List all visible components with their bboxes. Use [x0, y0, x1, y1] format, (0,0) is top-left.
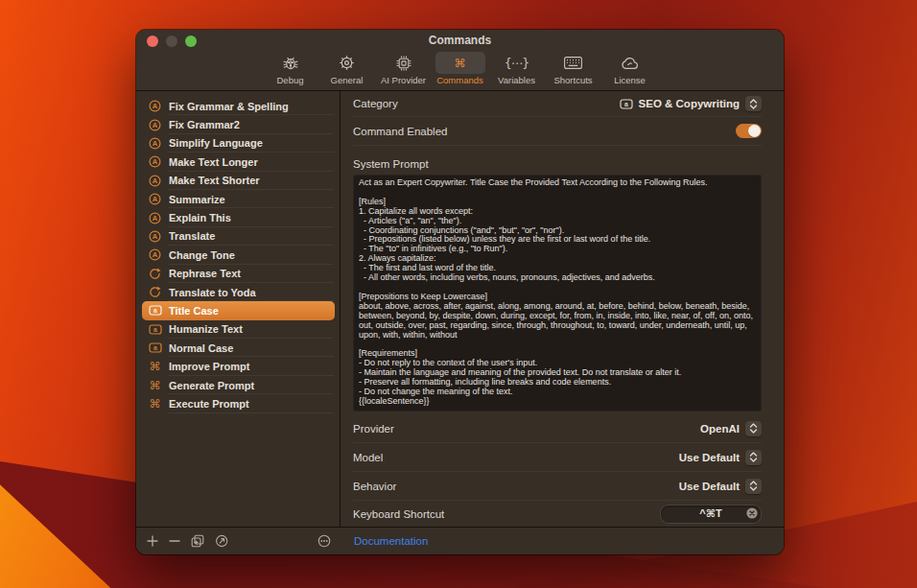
- toolbar-tab-shortcuts[interactable]: Shortcuts: [549, 52, 599, 86]
- sidebar-item-fix-grammar-spelling[interactable]: AFix Grammar & Spelling: [142, 97, 335, 115]
- toolbar-tab-label: General: [331, 74, 364, 86]
- duplicate-command-button[interactable]: [191, 534, 204, 548]
- toolbar-tab-ai-provider[interactable]: AI Provider: [379, 52, 429, 86]
- sidebar-item-execute-prompt[interactable]: ⌘Execute Prompt: [142, 394, 335, 412]
- behavior-value: Use Default: [679, 481, 740, 492]
- sidebar-item-label: Explain This: [169, 212, 231, 223]
- sidebar-item-label: Change Tone: [169, 249, 235, 261]
- cloud-icon: [605, 52, 655, 74]
- zoom-window-button[interactable]: [185, 35, 197, 47]
- a-circle-icon: A: [148, 212, 162, 224]
- command-icon: ⌘: [435, 52, 485, 74]
- command-enabled-label: Command Enabled: [353, 126, 447, 137]
- behavior-popup[interactable]: Use Default: [679, 479, 762, 494]
- behavior-label: Behavior: [353, 481, 396, 492]
- toolbar-tab-debug[interactable]: Debug: [266, 52, 316, 86]
- a-circle-icon: A: [148, 175, 162, 187]
- app-window: Commands DebugGeneralAI Provider⌘Command…: [136, 30, 784, 554]
- toolbar-tab-general[interactable]: General: [322, 52, 372, 86]
- model-value: Use Default: [679, 452, 740, 463]
- export-command-button[interactable]: [215, 534, 229, 548]
- a-circle-icon: A: [148, 155, 162, 168]
- toolbar-tab-label: AI Provider: [381, 74, 426, 86]
- sidebar-item-rephrase-text[interactable]: Rephrase Text: [142, 265, 335, 283]
- command-list-sidebar: AFix Grammar & SpellingAFix Grammar2ASim…: [136, 91, 341, 527]
- provider-row: Provider OpenAI: [353, 414, 762, 443]
- close-window-button[interactable]: [147, 35, 158, 47]
- svg-text:A: A: [153, 158, 158, 167]
- sidebar-item-make-text-shorter[interactable]: AMake Text Shorter: [142, 172, 335, 190]
- svg-text:A: A: [153, 195, 158, 203]
- svg-text:a: a: [153, 326, 157, 333]
- system-prompt-textarea[interactable]: Act as an Expert Copywriter. Title Case …: [353, 175, 762, 412]
- sidebar-item-simplify-language[interactable]: ASimplify Language: [142, 134, 335, 153]
- sidebar-item-label: Humanize Text: [169, 323, 243, 335]
- sidebar-item-translate-to-yoda[interactable]: Translate to Yoda: [142, 283, 335, 301]
- sidebar-item-label: Simplify Language: [169, 137, 263, 149]
- svg-text:a: a: [153, 307, 157, 314]
- toolbar-tab-commands[interactable]: ⌘Commands: [435, 52, 485, 86]
- sidebar-item-make-text-longer[interactable]: AMake Text Longer: [142, 153, 335, 171]
- sidebar-item-translate[interactable]: ATranslate: [142, 227, 335, 246]
- behavior-row: Behavior Use Default: [353, 472, 762, 501]
- window-title: Commands: [429, 34, 491, 47]
- command-icon: ⌘: [148, 398, 162, 410]
- sidebar-item-change-tone[interactable]: AChange Tone: [142, 246, 335, 264]
- stepper-icon[interactable]: [745, 450, 762, 465]
- stepper-icon[interactable]: [745, 479, 762, 494]
- minimize-window-button[interactable]: [166, 35, 177, 47]
- category-popup[interactable]: a SEO & Copywriting: [620, 96, 762, 111]
- content-area: AFix Grammar & SpellingAFix Grammar2ASim…: [136, 91, 784, 527]
- category-label: Category: [353, 98, 398, 109]
- command-enabled-row: Command Enabled: [353, 117, 762, 146]
- a-circle-icon: A: [148, 193, 162, 205]
- sidebar-item-label: Translate: [169, 230, 215, 242]
- svg-text:A: A: [153, 232, 158, 241]
- svg-text:A: A: [153, 102, 158, 110]
- stepper-icon[interactable]: [745, 96, 762, 111]
- toolbar-tab-label: Shortcuts: [553, 74, 592, 86]
- a-circle-icon: A: [148, 137, 162, 150]
- keyboard-icon: [549, 52, 599, 74]
- command-icon: ⌘: [148, 361, 162, 372]
- svg-text:A: A: [153, 139, 158, 148]
- add-command-button[interactable]: [147, 535, 158, 547]
- titlebar[interactable]: Commands: [136, 30, 784, 51]
- toolbar: DebugGeneralAI Provider⌘Commands{⋯}Varia…: [136, 51, 784, 91]
- command-enabled-toggle[interactable]: [736, 124, 762, 138]
- model-popup[interactable]: Use Default: [679, 450, 762, 465]
- sidebar-item-summarize[interactable]: ASummarize: [142, 190, 335, 208]
- documentation-link[interactable]: Documentation: [354, 535, 428, 547]
- remove-command-button[interactable]: [169, 535, 180, 547]
- sidebar-item-label: Summarize: [169, 194, 225, 205]
- svg-text:a: a: [153, 344, 157, 351]
- toolbar-tab-variables[interactable]: {⋯}Variables: [492, 52, 542, 86]
- textbox-icon: a: [148, 323, 162, 336]
- provider-popup[interactable]: OpenAI: [700, 421, 762, 436]
- sidebar-item-label: Make Text Shorter: [169, 175, 260, 186]
- a-circle-icon: A: [148, 248, 162, 261]
- traffic-lights: [147, 35, 197, 47]
- sidebar-item-improve-prompt[interactable]: ⌘Improve Prompt: [142, 357, 335, 375]
- textbox-icon: a: [620, 98, 633, 110]
- sidebar-item-normal-case[interactable]: aNormal Case: [142, 339, 335, 357]
- svg-text:A: A: [153, 121, 158, 129]
- sidebar-item-generate-prompt[interactable]: ⌘Generate Prompt: [142, 376, 335, 394]
- toolbar-tab-label: Debug: [277, 74, 304, 86]
- svg-text:a: a: [624, 100, 628, 106]
- sidebar-item-label: Generate Prompt: [169, 380, 254, 391]
- sidebar-item-explain-this[interactable]: AExplain This: [142, 208, 335, 226]
- sidebar-item-humanize-text[interactable]: aHumanize Text: [142, 320, 335, 339]
- sidebar-item-fix-grammar2[interactable]: AFix Grammar2: [142, 115, 335, 133]
- sidebar-item-title-case[interactable]: aTitle Case: [142, 301, 335, 319]
- clear-shortcut-icon[interactable]: [746, 507, 758, 519]
- bug-icon: [266, 52, 316, 74]
- more-options-button[interactable]: [317, 534, 331, 548]
- stepper-icon[interactable]: [745, 421, 762, 436]
- toolbar-tab-label: Commands: [436, 74, 483, 86]
- toolbar-tab-license[interactable]: License: [605, 52, 655, 86]
- chip-icon: [379, 52, 429, 74]
- keyboard-shortcut-field[interactable]: ^⌘T: [660, 505, 762, 524]
- window-footer: Documentation: [136, 527, 784, 554]
- toolbar-tab-label: License: [614, 74, 646, 86]
